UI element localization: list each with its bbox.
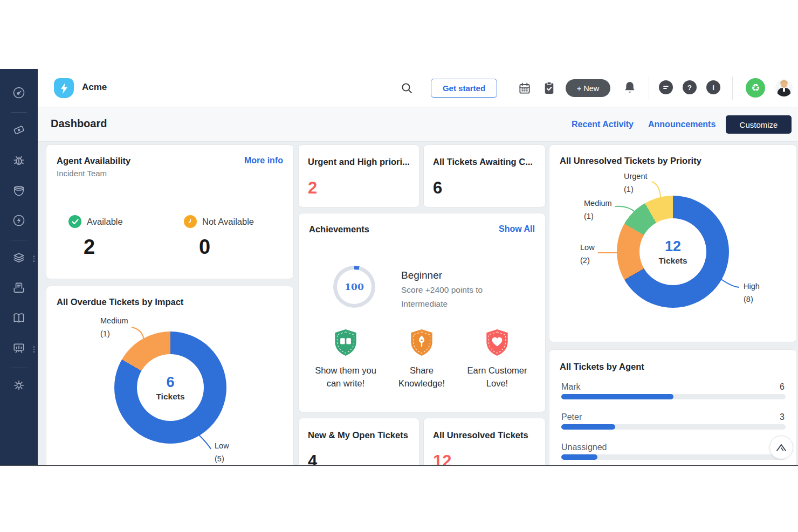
card-title: Agent Availability — [57, 156, 130, 166]
bug-icon — [12, 153, 26, 169]
app-window: Acme Get started + New ? i ♻ — [0, 69, 798, 466]
available-label: Available — [87, 217, 123, 227]
donut-center-label: Tickets — [658, 256, 687, 266]
priority-donut-chart[interactable]: 12 Tickets — [617, 196, 729, 308]
more-info-link[interactable]: More info — [244, 156, 283, 165]
announcements-link[interactable]: Announcements — [648, 120, 716, 129]
recent-activity-link[interactable]: Recent Activity — [572, 120, 634, 129]
sidebar-item-changes[interactable] — [0, 176, 38, 206]
stat-value: 4 — [308, 452, 317, 466]
sidebar-item-solutions[interactable] — [0, 304, 38, 334]
shield-waves-icon — [12, 183, 26, 199]
brand-name: Acme — [82, 82, 107, 93]
page-title: Dashboard — [51, 118, 107, 130]
sidebar-item-assets[interactable] — [0, 244, 38, 274]
calendar-icon[interactable] — [518, 81, 532, 95]
kebab-menu-icon[interactable] — [33, 254, 35, 263]
feedback-icon[interactable] — [659, 80, 673, 94]
new-button[interactable]: + New — [566, 79, 610, 97]
donut-center-value: 12 — [665, 238, 681, 255]
badge-knowledge[interactable]: ShareKnowledge! — [383, 328, 460, 390]
sidebar — [0, 69, 38, 465]
main-area: Acme Get started + New ? i ♻ — [38, 69, 798, 465]
orange-shield-pen-icon — [409, 328, 435, 357]
achievement-level: Beginner — [401, 270, 442, 281]
stat-value: 12 — [433, 452, 451, 466]
agent-name: Peter — [561, 412, 582, 422]
card-title: All Tickets Awaiting C... — [433, 157, 538, 167]
sidebar-item-problems[interactable] — [0, 146, 38, 176]
sidebar-item-dashboard[interactable] — [0, 79, 38, 109]
sidebar-item-inbox[interactable] — [0, 274, 38, 304]
callout-medium: Medium(1) — [584, 197, 612, 223]
top-header: Acme Get started + New ? i ♻ — [38, 69, 798, 107]
card-achievements: Achievements Show All 100 Beginner Score… — [298, 213, 546, 412]
green-shield-book-icon — [333, 328, 359, 357]
score-text-line2: Intermediate — [401, 299, 448, 309]
available-check-icon — [68, 215, 81, 228]
search-icon[interactable] — [400, 81, 414, 95]
agent-bar — [561, 454, 786, 460]
callout-urgent: Urgent(1) — [624, 170, 648, 196]
card-agent-availability: Agent Availability Incident Team More in… — [46, 144, 294, 279]
bolt-circle-icon — [12, 213, 26, 230]
score-text-line1: Score +2400 points to — [401, 285, 483, 295]
overdue-donut-chart[interactable]: 6 Tickets — [114, 331, 226, 444]
sidebar-item-tickets[interactable] — [0, 116, 38, 146]
show-all-link[interactable]: Show All — [499, 224, 535, 234]
layers-icon — [12, 251, 26, 267]
card-tickets-by-agent: All Tickets by Agent Mark 6 Peter 3 Unas… — [549, 349, 797, 466]
donut-center-value: 6 — [166, 374, 174, 391]
chart-board-icon — [12, 341, 26, 357]
kebab-menu-icon[interactable] — [33, 345, 35, 354]
red-shield-heart-icon — [484, 328, 510, 357]
sidebar-item-releases[interactable] — [0, 206, 38, 237]
agent-name: Mark — [561, 382, 581, 392]
brand-logo[interactable] — [54, 78, 74, 98]
get-started-button[interactable]: Get started — [431, 79, 497, 98]
card-urgent-high: Urgent and High priori... 2 — [298, 144, 419, 208]
callout-low: Low(2) — [580, 241, 595, 267]
callout-medium: Medium(1) — [100, 314, 128, 340]
sidebar-divider — [11, 368, 27, 368]
chevron-up-icon — [775, 443, 787, 452]
info-icon[interactable]: i — [706, 80, 720, 94]
stat-value: 6 — [433, 178, 442, 198]
header-divider — [649, 77, 649, 100]
document-tray-icon — [12, 281, 26, 297]
badge-label: ShareKnowledge! — [383, 364, 460, 390]
badge-label: Show them youcan write! — [307, 364, 384, 390]
ticket-icon — [12, 123, 26, 139]
clipboard-check-icon[interactable] — [542, 81, 556, 95]
sidebar-divider — [11, 240, 27, 240]
agent-value: 3 — [780, 412, 785, 422]
card-unresolved-by-priority: All Unresolved Tickets by Priority 12 Ti… — [549, 144, 797, 342]
badge-customer-love[interactable]: Earn CustomerLove! — [459, 328, 535, 390]
book-icon — [12, 311, 26, 327]
card-tickets-awaiting: All Tickets Awaiting C... 6 — [423, 144, 546, 208]
user-avatar[interactable] — [775, 79, 793, 96]
agent-name: Unassigned — [561, 443, 607, 452]
not-available-value: 0 — [199, 236, 254, 259]
badge-write[interactable]: Show them youcan write! — [307, 328, 384, 390]
scroll-to-top-button[interactable] — [769, 436, 793, 459]
card-subtitle: Incident Team — [57, 169, 130, 178]
not-available-label: Not Available — [202, 217, 254, 227]
freshworks-switcher-icon[interactable]: ♻ — [746, 78, 765, 98]
score-value: 100 — [337, 270, 372, 304]
notification-bell-icon[interactable] — [623, 80, 637, 95]
card-title: Urgent and High priori... — [308, 157, 411, 167]
sidebar-item-admin[interactable] — [0, 371, 38, 402]
agent-value: 6 — [780, 382, 785, 392]
score-progress-ring: 100 — [333, 266, 375, 308]
card-all-unresolved: All Unresolved Tickets 12 — [423, 418, 546, 466]
customize-button[interactable]: Customize — [726, 115, 792, 134]
help-icon[interactable]: ? — [683, 80, 697, 94]
card-title: All Unresolved Tickets — [433, 430, 541, 440]
stat-value: 2 — [308, 178, 317, 198]
dashboard-content: Agent Availability Incident Team More in… — [38, 142, 798, 466]
sidebar-item-analytics[interactable] — [0, 334, 38, 364]
agent-bar — [561, 424, 786, 430]
badge-label: Earn CustomerLove! — [459, 364, 535, 390]
card-new-my-open: New & My Open Tickets 4 — [298, 418, 419, 466]
